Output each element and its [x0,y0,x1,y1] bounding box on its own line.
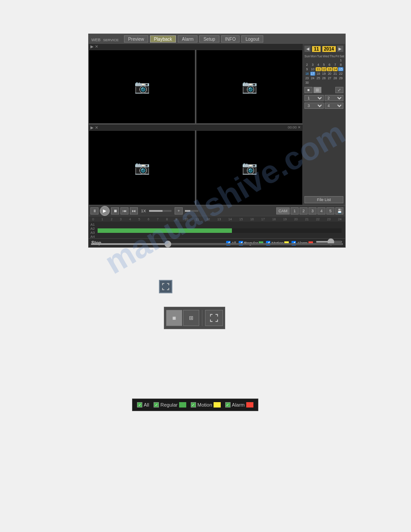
vm-quad-btn[interactable]: ⊞ [183,310,199,326]
layout-4-btn[interactable]: 4 [317,207,325,215]
channel-select-1[interactable]: 1234 [304,95,324,101]
timeline-seek[interactable] [90,243,343,245]
day-mon: Mon [310,55,317,58]
day-2[interactable]: 2 [304,63,310,67]
day-26[interactable]: 26 [321,76,327,80]
day-10[interactable]: 10 [310,67,316,71]
day-5[interactable]: 5 [321,63,327,67]
bottom-row-label: ▶ ✕ [90,125,98,130]
layout-5-btn[interactable]: 5 [326,207,334,215]
day-13[interactable]: 13 [327,67,332,71]
day-27[interactable]: 27 [327,76,332,80]
day-empty-1 [304,58,310,62]
right-panel: ◀ 11 2014 ▶ Sun Mon Tue Wed Thu Fri Sat [303,44,345,205]
day-22[interactable]: 22 [338,72,343,76]
tick-1: 1 [102,218,103,221]
prev-btn[interactable]: ⏮ [120,207,128,215]
day-23[interactable]: 23 [304,76,310,80]
cal-year: 2014 [322,46,336,52]
day-24[interactable]: 24 [310,76,316,80]
day-19[interactable]: 19 [321,72,327,76]
fullscreen-icon-box[interactable] [159,280,172,293]
layout-1-btn[interactable]: 1 [291,207,299,215]
tick-5: 5 [138,218,140,221]
nav-logout[interactable]: Logout [241,35,263,43]
day-14[interactable]: 14 [333,67,338,71]
channel-select-2[interactable]: 2134 [325,95,344,101]
video-cell-3[interactable]: 📷 [89,130,195,205]
day-18[interactable]: 18 [316,72,321,76]
timeline-track-1[interactable] [98,228,342,233]
fp-alarm-check[interactable]: ✓ [225,402,231,408]
day-1[interactable]: 1 [338,58,343,62]
nav-playback[interactable]: Playback [150,35,176,43]
bottom-row-info: 00:00 ✕ [288,125,301,129]
cal-prev-btn[interactable]: ◀ [304,46,311,52]
playback-slider[interactable] [185,210,198,212]
cam-switch-btn[interactable]: CAM [276,207,290,215]
day-29[interactable]: 29 [338,76,343,80]
day-8[interactable]: 8 [338,63,343,67]
day-28[interactable]: 28 [333,76,338,80]
day-15[interactable]: 15 [338,67,343,71]
fp-regular-label: Regular [160,402,178,408]
video-grid-top: 📷 📷 [89,50,303,124]
day-4[interactable]: 4 [316,63,321,67]
timeline-ruler: 0 1 2 3 4 5 6 7 8 9 10 11 12 13 14 15 16… [89,216,345,222]
tick-15: 15 [240,218,243,221]
vm-fullscreen-icon [210,314,218,322]
next-btn[interactable]: ⏭ [130,207,138,215]
fp-regular-check[interactable]: ✓ [154,402,159,408]
day-21[interactable]: 21 [333,72,338,76]
day-6[interactable]: 6 [327,63,332,67]
fullscreen-view-btn[interactable]: ⤢ [335,87,343,93]
day-3[interactable]: 3 [310,63,316,67]
nav-setup[interactable]: Setup [199,35,219,43]
tick-24: 24 [338,218,342,221]
day-16[interactable]: 16 [304,72,310,76]
layout-2-btn[interactable]: 2 [300,207,308,215]
file-list-btn[interactable]: File List [304,196,343,203]
pause-btn[interactable]: ⏸ [90,207,98,215]
volume-slider[interactable] [149,210,171,212]
video-cell-2[interactable]: 📷 [196,50,303,124]
ch-row-2: 3124 4123 [304,103,343,109]
fp-all-check[interactable]: ✓ [137,402,142,408]
fp-alarm-label: Alarm [232,402,245,408]
day-30[interactable]: 30 [304,81,310,85]
fp-motion-check[interactable]: ✓ [191,402,196,408]
timeline-area: 0 1 2 3 4 5 6 7 8 9 10 11 12 13 14 15 16… [89,216,345,238]
day-20[interactable]: 20 [327,72,332,76]
cal-next-btn[interactable]: ▶ [337,46,343,52]
nav-info[interactable]: INFO [221,35,240,43]
add-btn[interactable]: + [175,207,183,215]
day-25[interactable]: 25 [316,76,321,80]
vm-single-btn[interactable]: ■ [166,310,182,326]
play-btn[interactable]: ▶ [100,206,110,216]
export-btn[interactable]: 💾 [335,207,343,215]
day-12[interactable]: 12 [321,67,327,71]
channel-select-4[interactable]: 4123 [325,103,344,109]
video-cell-4[interactable]: 📷 [196,130,303,205]
fp-all-label: All [144,402,149,408]
day-11[interactable]: 11 [316,67,321,71]
day-9[interactable]: 9 [304,67,310,71]
single-view-btn[interactable]: ■ [304,87,313,93]
nav-alarm[interactable]: Alarm [178,35,197,43]
tick-8: 8 [166,218,168,221]
video-cell-1[interactable]: 📷 [89,50,195,124]
layout-3-btn[interactable]: 3 [308,207,317,215]
top-row-label: ▶ ✕ [90,44,98,49]
fp-motion: ✓ Motion [191,402,221,408]
day-tue: Tue [317,55,322,58]
day-empty-4 [321,58,327,62]
day-7[interactable]: 7 [333,63,338,67]
tick-18: 18 [272,218,276,221]
stop-btn[interactable]: ⏹ [111,207,119,215]
day-17[interactable]: 17 [310,72,316,76]
channel-select-3[interactable]: 3124 [304,103,324,109]
vm-fullscreen-btn[interactable] [205,310,223,326]
fp-motion-swatch [214,402,221,408]
quad-view-btn[interactable]: ⊞ [313,87,321,93]
nav-preview[interactable]: Preview [124,35,148,43]
